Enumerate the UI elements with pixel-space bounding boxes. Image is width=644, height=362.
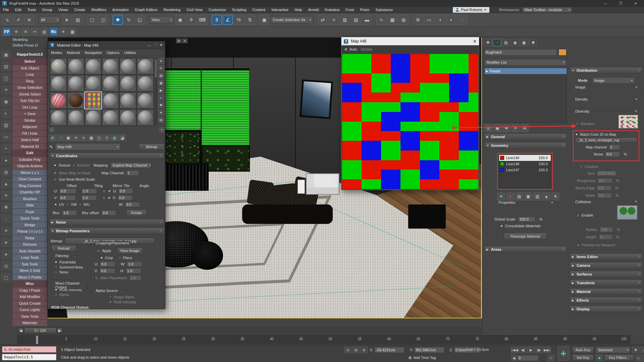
- sample-slot-1-5[interactable]: [137, 75, 154, 92]
- sample-slot-2-0[interactable]: [50, 92, 67, 109]
- curve-editor[interactable]: ∿: [376, 15, 386, 25]
- show-map-on-back-checkbox[interactable]: [53, 171, 57, 175]
- map-window-titlebar[interactable]: 3 Map #46 ✕: [341, 37, 479, 45]
- color-id-map-button[interactable]: _fp_3_tone_rectangle_rug: [575, 137, 637, 143]
- update-button[interactable]: Update: [361, 47, 372, 51]
- rollout-material[interactable]: ▶Material: [570, 288, 642, 295]
- crop-h-field[interactable]: 1.0: [126, 268, 141, 274]
- geometry-rollout-header[interactable]: ▼Geometry: [484, 142, 567, 149]
- sample-slot-1-3[interactable]: [102, 75, 119, 92]
- sample-slot-2-4[interactable]: [119, 92, 136, 109]
- apply-checkbox[interactable]: [97, 249, 100, 253]
- rappatools-mirror-x-y-z[interactable]: Mirror x y z: [12, 170, 48, 176]
- auto-checkbox[interactable]: [344, 48, 348, 51]
- select-and-rotate[interactable]: ↻: [124, 15, 134, 25]
- environ-radio[interactable]: [72, 164, 75, 167]
- move-item-up-icon[interactable]: ▲: [542, 192, 550, 200]
- set-key-big-button[interactable]: ✚: [557, 346, 570, 361]
- menu-interactive[interactable]: Interactive: [268, 8, 291, 12]
- frame-back-icon[interactable]: ◀: [511, 355, 517, 361]
- crop-w-field[interactable]: 1.0: [127, 261, 142, 267]
- alpha-radio[interactable]: [54, 293, 58, 296]
- sample-slot-0-2[interactable]: [85, 58, 102, 74]
- rollout-items-editor[interactable]: ▶Items Editor: [570, 253, 642, 260]
- blue-sphere-icon[interactable]: ●: [1, 250, 11, 258]
- angle-v-field[interactable]: 0.0: [118, 195, 132, 200]
- blur-field[interactable]: 1.0: [62, 210, 77, 216]
- menu-substance[interactable]: Substance: [373, 8, 396, 12]
- moon-icon[interactable]: ◐: [1, 109, 11, 118]
- align[interactable]: ≡: [329, 15, 339, 25]
- rotate-button[interactable]: Rotate: [126, 209, 147, 216]
- schematic-view[interactable]: ▦: [387, 15, 397, 25]
- geometry-item-line148[interactable]: Line148 100.0: [499, 161, 551, 167]
- rappatools-select-half[interactable]: Select Half: [12, 137, 48, 143]
- macro-recorder-line[interactable]: $.divmapchan: [2, 346, 56, 353]
- show-end-result[interactable]: ◪: [119, 134, 126, 141]
- list-view-icon[interactable]: ▤: [1, 62, 11, 71]
- copy-item-icon[interactable]: ▣: [524, 192, 532, 200]
- jitter-checkbox[interactable]: [95, 276, 98, 280]
- select-object[interactable]: ➤: [62, 15, 72, 25]
- material-name-dropdown[interactable]: Map #46: [55, 143, 121, 150]
- wu-radio[interactable]: [78, 203, 82, 206]
- menu-group[interactable]: Group: [39, 8, 55, 12]
- rappatools-flow-connect[interactable]: Flow Connect: [12, 176, 48, 183]
- sample-slot-3-4[interactable]: [119, 109, 136, 126]
- rappatools-cams-lights[interactable]: Cams Lights: [12, 307, 48, 313]
- render-online[interactable]: ◌: [457, 15, 467, 25]
- restore-button[interactable]: ❐: [614, 1, 627, 6]
- collision-height-field[interactable]: 0: [599, 234, 612, 240]
- rappatools-similar[interactable]: Similar: [12, 117, 48, 124]
- auto-key-button[interactable]: Auto Key: [572, 347, 594, 353]
- match-color-id-radio[interactable]: [575, 133, 578, 136]
- material-map-navigator-icon[interactable]: ▤: [158, 117, 164, 123]
- grid-tool[interactable]: ▦: [68, 28, 76, 36]
- leaf-icon[interactable]: ✶: [1, 226, 11, 235]
- random-radio[interactable]: [576, 122, 579, 125]
- percent-snap-toggle[interactable]: %: [234, 15, 244, 25]
- put-to-library[interactable]: ◫: [96, 134, 103, 141]
- distribution-mode-dropdown[interactable]: Image: [592, 77, 635, 84]
- bitmap-parameters-rollout-header[interactable]: ▼Bitmap Parameters: [49, 228, 164, 234]
- pin-stack-icon[interactable]: ◎: [484, 124, 492, 132]
- track-bar[interactable]: 0510152025303540455055606570758085909510…: [17, 335, 631, 344]
- mirror-v-checkbox[interactable]: [102, 196, 106, 200]
- tiling-u-field[interactable]: 1.0: [82, 188, 97, 194]
- tile-u-checkbox[interactable]: [108, 189, 111, 193]
- sample-slot-3-5[interactable]: [137, 109, 154, 126]
- keyboard-shortcut-override[interactable]: ⌨: [197, 15, 207, 25]
- use-real-world-scale-checkbox[interactable]: [53, 178, 57, 181]
- menu-views[interactable]: Views: [55, 8, 71, 12]
- menu-file[interactable]: File: [0, 8, 12, 12]
- rappatools-adjacent[interactable]: Adjacent: [12, 124, 48, 130]
- magnifier-icon[interactable]: ◎: [1, 261, 11, 270]
- background-icon[interactable]: ▨: [158, 73, 164, 78]
- rappatools-loop[interactable]: Loop: [12, 71, 48, 78]
- snowflake-icon[interactable]: ❋: [1, 203, 11, 212]
- map-close-button[interactable]: ✕: [473, 39, 477, 44]
- move-item-down-icon[interactable]: ▼: [551, 192, 559, 200]
- rappatools-add-modifier[interactable]: Add Modifier: [12, 294, 48, 300]
- transform-gizmo-icon[interactable]: ⊕: [360, 347, 368, 353]
- play-animation[interactable]: ▶: [527, 347, 535, 353]
- rappatools-loop-tools[interactable]: Loop Tools: [12, 254, 48, 261]
- summed-area-radio[interactable]: [54, 265, 58, 269]
- none-radio[interactable]: [54, 270, 58, 274]
- menu-rendering[interactable]: Rendering: [161, 8, 184, 12]
- menu-animation[interactable]: Animation: [109, 8, 132, 12]
- window-layout-icon[interactable]: ◫: [1, 74, 11, 82]
- backlight-icon[interactable]: ☀: [158, 65, 164, 71]
- tree-tool[interactable]: ❋: [21, 28, 30, 36]
- time-slider-handle[interactable]: 0 / 100: [24, 327, 56, 334]
- menu-create[interactable]: Create: [71, 8, 88, 12]
- rollout-camera[interactable]: ▶Camera: [570, 262, 642, 269]
- rollout-display[interactable]: ▶Display: [570, 306, 642, 312]
- alpha-rgb-intensity-radio[interactable]: [109, 300, 112, 304]
- assign-material-to-selection[interactable]: ▣: [65, 134, 72, 141]
- named-selection-sets[interactable]: Create Selection Se: [270, 16, 313, 23]
- film-icon[interactable]: ▥: [1, 121, 11, 129]
- preview-viewport-checkbox[interactable]: [576, 243, 580, 247]
- image-alpha-radio[interactable]: [109, 295, 112, 299]
- sun-icon[interactable]: ☀: [1, 191, 11, 200]
